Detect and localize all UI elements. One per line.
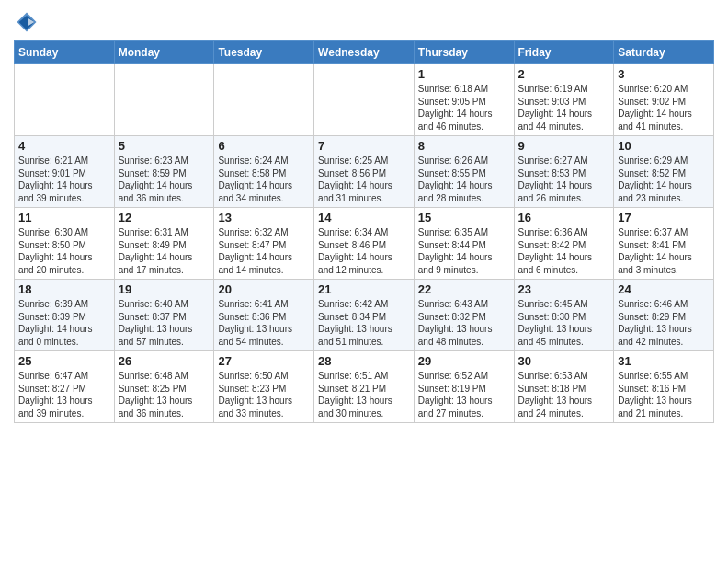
calendar-cell: 1Sunrise: 6:18 AM Sunset: 9:05 PM Daylig… — [414, 64, 514, 136]
cell-text: Sunrise: 6:25 AM Sunset: 8:56 PM Dayligh… — [318, 155, 410, 204]
calendar-cell: 13Sunrise: 6:32 AM Sunset: 8:47 PM Dayli… — [214, 208, 314, 280]
calendar-cell — [214, 64, 314, 136]
day-number: 21 — [318, 282, 410, 296]
col-header-friday: Friday — [514, 41, 614, 64]
calendar-cell — [314, 64, 415, 136]
calendar-cell: 27Sunrise: 6:50 AM Sunset: 8:23 PM Dayli… — [214, 351, 314, 423]
col-header-monday: Monday — [114, 41, 214, 64]
day-number: 12 — [119, 211, 210, 224]
day-number: 24 — [618, 282, 710, 296]
calendar-header-row: SundayMondayTuesdayWednesdayThursdayFrid… — [15, 41, 714, 64]
cell-text: Sunrise: 6:24 AM Sunset: 8:58 PM Dayligh… — [218, 155, 310, 204]
cell-text: Sunrise: 6:23 AM Sunset: 8:59 PM Dayligh… — [119, 155, 210, 204]
cell-text: Sunrise: 6:26 AM Sunset: 8:55 PM Dayligh… — [418, 155, 510, 204]
cell-text: Sunrise: 6:31 AM Sunset: 8:49 PM Dayligh… — [119, 226, 210, 276]
calendar-cell: 10Sunrise: 6:29 AM Sunset: 8:52 PM Dayli… — [614, 136, 714, 208]
calendar-cell: 2Sunrise: 6:19 AM Sunset: 9:03 PM Daylig… — [514, 64, 614, 136]
calendar-cell: 20Sunrise: 6:41 AM Sunset: 8:36 PM Dayli… — [214, 280, 314, 351]
cell-text: Sunrise: 6:19 AM Sunset: 9:03 PM Dayligh… — [518, 83, 610, 132]
day-number: 5 — [119, 139, 210, 153]
calendar-cell: 12Sunrise: 6:31 AM Sunset: 8:49 PM Dayli… — [114, 208, 214, 280]
day-number: 2 — [518, 67, 610, 81]
cell-text: Sunrise: 6:48 AM Sunset: 8:25 PM Dayligh… — [119, 370, 210, 419]
day-number: 15 — [418, 211, 510, 224]
cell-text: Sunrise: 6:37 AM Sunset: 8:41 PM Dayligh… — [618, 226, 710, 276]
calendar-cell: 17Sunrise: 6:37 AM Sunset: 8:41 PM Dayli… — [614, 208, 714, 280]
calendar-cell: 26Sunrise: 6:48 AM Sunset: 8:25 PM Dayli… — [114, 351, 214, 423]
day-number: 30 — [518, 354, 610, 368]
calendar-cell: 31Sunrise: 6:55 AM Sunset: 8:16 PM Dayli… — [614, 351, 714, 423]
day-number: 14 — [318, 211, 410, 224]
calendar-cell: 6Sunrise: 6:24 AM Sunset: 8:58 PM Daylig… — [214, 136, 314, 208]
cell-text: Sunrise: 6:46 AM Sunset: 8:29 PM Dayligh… — [618, 298, 710, 348]
day-number: 23 — [518, 282, 610, 296]
day-number: 7 — [318, 139, 410, 153]
calendar-container: SundayMondayTuesdayWednesdayThursdayFrid… — [0, 0, 728, 432]
calendar-week-3: 11Sunrise: 6:30 AM Sunset: 8:50 PM Dayli… — [15, 208, 714, 280]
day-number: 11 — [18, 211, 110, 224]
calendar-cell: 14Sunrise: 6:34 AM Sunset: 8:46 PM Dayli… — [314, 208, 415, 280]
day-number: 9 — [518, 139, 610, 153]
cell-text: Sunrise: 6:42 AM Sunset: 8:34 PM Dayligh… — [318, 298, 410, 348]
calendar-cell: 8Sunrise: 6:26 AM Sunset: 8:55 PM Daylig… — [414, 136, 514, 208]
day-number: 1 — [418, 67, 510, 81]
calendar-table: SundayMondayTuesdayWednesdayThursdayFrid… — [14, 40, 714, 423]
calendar-cell: 5Sunrise: 6:23 AM Sunset: 8:59 PM Daylig… — [114, 136, 214, 208]
cell-text: Sunrise: 6:36 AM Sunset: 8:42 PM Dayligh… — [518, 226, 610, 276]
cell-text: Sunrise: 6:18 AM Sunset: 9:05 PM Dayligh… — [418, 83, 510, 132]
cell-text: Sunrise: 6:40 AM Sunset: 8:37 PM Dayligh… — [119, 298, 210, 348]
cell-text: Sunrise: 6:21 AM Sunset: 9:01 PM Dayligh… — [18, 155, 110, 204]
calendar-week-5: 25Sunrise: 6:47 AM Sunset: 8:27 PM Dayli… — [15, 351, 714, 423]
day-number: 6 — [218, 139, 310, 153]
day-number: 10 — [618, 139, 710, 153]
day-number: 19 — [119, 282, 210, 296]
day-number: 16 — [518, 211, 610, 224]
cell-text: Sunrise: 6:27 AM Sunset: 8:53 PM Dayligh… — [518, 155, 610, 204]
day-number: 25 — [18, 354, 110, 368]
logo — [14, 9, 43, 35]
calendar-week-1: 1Sunrise: 6:18 AM Sunset: 9:05 PM Daylig… — [15, 64, 714, 136]
day-number: 17 — [618, 211, 710, 224]
day-number: 18 — [18, 282, 110, 296]
calendar-cell: 28Sunrise: 6:51 AM Sunset: 8:21 PM Dayli… — [314, 351, 415, 423]
day-number: 26 — [119, 354, 210, 368]
calendar-cell: 3Sunrise: 6:20 AM Sunset: 9:02 PM Daylig… — [614, 64, 714, 136]
logo-icon — [14, 9, 40, 35]
header — [14, 9, 714, 35]
day-number: 29 — [418, 354, 510, 368]
cell-text: Sunrise: 6:55 AM Sunset: 8:16 PM Dayligh… — [618, 370, 710, 419]
day-number: 8 — [418, 139, 510, 153]
calendar-week-2: 4Sunrise: 6:21 AM Sunset: 9:01 PM Daylig… — [15, 136, 714, 208]
cell-text: Sunrise: 6:43 AM Sunset: 8:32 PM Dayligh… — [418, 298, 510, 348]
day-number: 28 — [318, 354, 410, 368]
calendar-cell: 21Sunrise: 6:42 AM Sunset: 8:34 PM Dayli… — [314, 280, 415, 351]
calendar-cell: 7Sunrise: 6:25 AM Sunset: 8:56 PM Daylig… — [314, 136, 415, 208]
calendar-cell: 30Sunrise: 6:53 AM Sunset: 8:18 PM Dayli… — [514, 351, 614, 423]
calendar-cell: 19Sunrise: 6:40 AM Sunset: 8:37 PM Dayli… — [114, 280, 214, 351]
cell-text: Sunrise: 6:47 AM Sunset: 8:27 PM Dayligh… — [18, 370, 110, 419]
calendar-cell: 9Sunrise: 6:27 AM Sunset: 8:53 PM Daylig… — [514, 136, 614, 208]
day-number: 27 — [218, 354, 310, 368]
calendar-cell: 24Sunrise: 6:46 AM Sunset: 8:29 PM Dayli… — [614, 280, 714, 351]
cell-text: Sunrise: 6:39 AM Sunset: 8:39 PM Dayligh… — [18, 298, 110, 348]
calendar-cell: 15Sunrise: 6:35 AM Sunset: 8:44 PM Dayli… — [414, 208, 514, 280]
calendar-cell: 29Sunrise: 6:52 AM Sunset: 8:19 PM Dayli… — [414, 351, 514, 423]
day-number: 4 — [18, 139, 110, 153]
day-number: 22 — [418, 282, 510, 296]
cell-text: Sunrise: 6:41 AM Sunset: 8:36 PM Dayligh… — [218, 298, 310, 348]
cell-text: Sunrise: 6:32 AM Sunset: 8:47 PM Dayligh… — [218, 226, 310, 276]
col-header-thursday: Thursday — [414, 41, 514, 64]
calendar-cell: 25Sunrise: 6:47 AM Sunset: 8:27 PM Dayli… — [15, 351, 115, 423]
calendar-cell: 23Sunrise: 6:45 AM Sunset: 8:30 PM Dayli… — [514, 280, 614, 351]
col-header-wednesday: Wednesday — [314, 41, 415, 64]
calendar-cell — [15, 64, 115, 136]
cell-text: Sunrise: 6:34 AM Sunset: 8:46 PM Dayligh… — [318, 226, 410, 276]
day-number: 3 — [618, 67, 710, 81]
col-header-tuesday: Tuesday — [214, 41, 314, 64]
col-header-saturday: Saturday — [614, 41, 714, 64]
cell-text: Sunrise: 6:35 AM Sunset: 8:44 PM Dayligh… — [418, 226, 510, 276]
calendar-cell: 18Sunrise: 6:39 AM Sunset: 8:39 PM Dayli… — [15, 280, 115, 351]
calendar-cell: 11Sunrise: 6:30 AM Sunset: 8:50 PM Dayli… — [15, 208, 115, 280]
cell-text: Sunrise: 6:51 AM Sunset: 8:21 PM Dayligh… — [318, 370, 410, 419]
calendar-cell — [114, 64, 214, 136]
